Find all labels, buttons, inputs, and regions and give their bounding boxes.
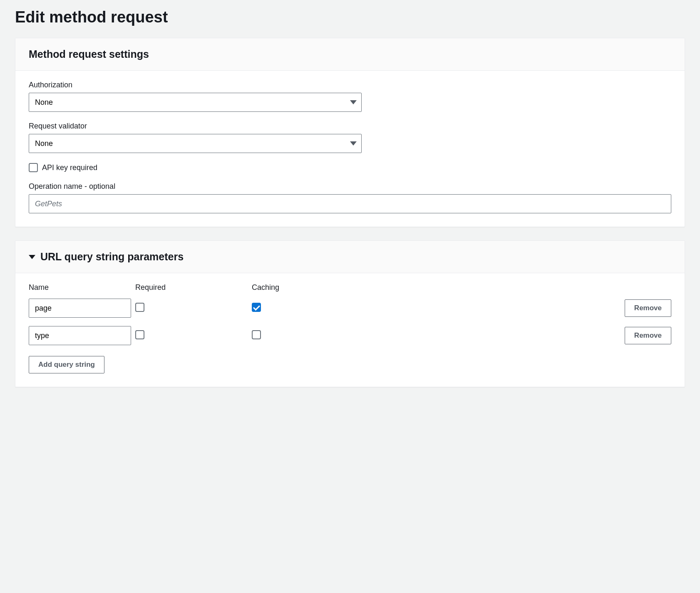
remove-button[interactable]: Remove: [625, 327, 671, 344]
param-caching-checkbox[interactable]: [252, 303, 261, 312]
operation-name-label: Operation name - optional: [29, 182, 671, 191]
column-header-name: Name: [29, 283, 135, 292]
column-header-required: Required: [135, 283, 252, 292]
method-request-settings-panel: Method request settings Authorization No…: [15, 38, 685, 227]
api-key-group: API key required: [29, 163, 671, 172]
authorization-select[interactable]: None: [29, 93, 362, 112]
add-row: Add query string: [29, 349, 671, 373]
panel-header: URL query string parameters: [15, 241, 685, 273]
panel-header: Method request settings: [15, 38, 685, 71]
authorization-group: Authorization None: [29, 81, 671, 112]
params-table: Name Required Caching RemoveRemove Add q…: [29, 283, 671, 373]
api-key-required-label: API key required: [42, 163, 97, 172]
param-required-checkbox[interactable]: [135, 303, 144, 312]
url-query-string-parameters-panel: URL query string parameters Name Require…: [15, 240, 685, 387]
add-query-string-button[interactable]: Add query string: [29, 356, 104, 373]
param-caching-checkbox[interactable]: [252, 330, 261, 339]
param-row: Remove: [29, 294, 671, 322]
panel-body: Name Required Caching RemoveRemove Add q…: [15, 273, 685, 387]
authorization-select-wrap: None: [29, 93, 362, 112]
page-title: Edit method request: [15, 8, 685, 26]
api-key-required-checkbox[interactable]: [29, 163, 38, 172]
params-header-row: Name Required Caching: [29, 283, 671, 294]
column-header-caching: Caching: [252, 283, 609, 292]
request-validator-group: Request validator None: [29, 122, 671, 153]
request-validator-select[interactable]: None: [29, 134, 362, 153]
panel-body: Authorization None Request validator Non…: [15, 71, 685, 227]
request-validator-label: Request validator: [29, 122, 671, 131]
panel-title: URL query string parameters: [40, 251, 184, 263]
panel-title: Method request settings: [29, 48, 149, 60]
collapse-toggle-icon[interactable]: [29, 255, 35, 259]
remove-button[interactable]: Remove: [625, 299, 671, 317]
param-name-input[interactable]: [29, 326, 131, 345]
param-name-input[interactable]: [29, 299, 131, 318]
authorization-label: Authorization: [29, 81, 671, 89]
param-required-checkbox[interactable]: [135, 330, 144, 339]
param-row: Remove: [29, 322, 671, 349]
request-validator-select-wrap: None: [29, 134, 362, 153]
operation-name-group: Operation name - optional: [29, 182, 671, 213]
operation-name-input[interactable]: [29, 194, 671, 213]
